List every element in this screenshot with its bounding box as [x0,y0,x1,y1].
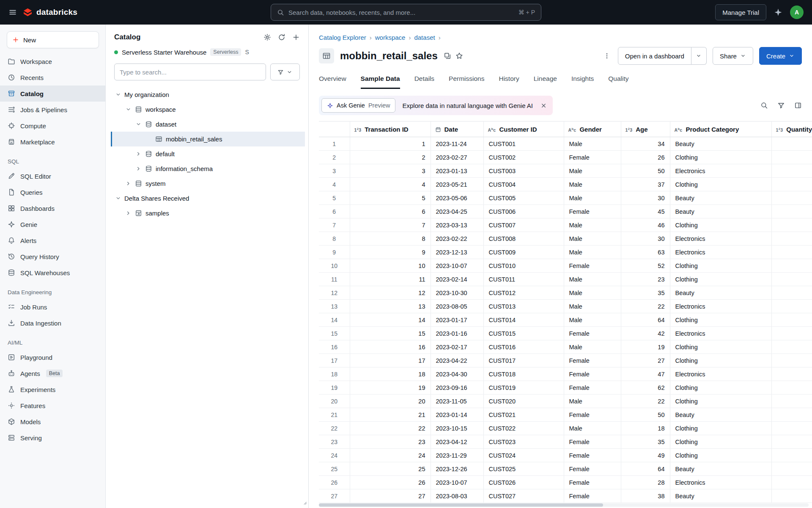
chevron-down-icon[interactable] [134,121,142,127]
warehouse-selector[interactable]: Serverless Starter Warehouse Serverless … [106,45,308,59]
column-header-transaction-id[interactable]: 123Transaction ID [350,121,431,137]
horizontal-scrollbar-thumb[interactable] [319,503,603,507]
cell-product-category: Clothing [670,435,771,449]
sidebar-item-workspace[interactable]: Workspace [0,53,105,69]
assistant-sparkle-icon[interactable] [774,8,782,17]
tree-item-delta-shares-received[interactable]: Delta Shares Received [111,191,305,206]
menu-icon[interactable] [8,8,17,17]
row-number-cell: 9 [319,246,350,259]
close-icon[interactable] [540,102,547,109]
chevron-right-icon[interactable] [134,166,142,172]
open-in-dashboard-button[interactable]: Open in a dashboard [618,47,691,65]
sidebar-item-sql-warehouses[interactable]: SQL Warehouses [0,265,105,281]
breadcrumb-link-workspace[interactable]: workspace [375,34,406,41]
tab-history[interactable]: History [499,75,519,89]
tree-item-default[interactable]: default [111,146,305,161]
sidebar-item-job-runs[interactable]: Job Runs [0,299,105,315]
sidebar-item-data-ingestion[interactable]: Data Ingestion [0,315,105,331]
sidebar-item-marketplace[interactable]: Marketplace [0,134,105,150]
add-catalog-icon[interactable] [292,33,300,41]
tab-details[interactable]: Details [414,75,434,89]
copy-icon[interactable] [444,52,451,60]
breadcrumb-link-catalog-explorer[interactable]: Catalog Explorer [319,34,366,41]
sidebar-item-models[interactable]: Models [0,414,105,430]
sidebar-item-genie[interactable]: Genie [0,216,105,232]
table-row: 332023-01-13CUST003Male50Electronics [319,164,812,178]
create-button[interactable]: Create [759,47,802,65]
column-header-quantity[interactable]: 123Quantity [771,121,812,137]
tab-permissions[interactable]: Permissions [449,75,484,89]
sidebar-item-query-history[interactable]: Query History [0,248,105,265]
catalog-filter-button[interactable] [270,64,300,80]
left-sidebar: New WorkspaceRecentsCatalogJobs & Pipeli… [0,25,106,508]
tab-sample-data[interactable]: Sample Data [361,75,400,89]
column-header-gender[interactable]: AbcGender [564,121,621,137]
tree-item-information-schema[interactable]: information_schema [111,161,305,176]
sidebar-item-queries[interactable]: Queries [0,184,105,200]
column-header-customer-id[interactable]: AbcCustomer ID [483,121,564,137]
chevron-down-icon[interactable] [124,106,132,113]
tree-item-samples[interactable]: samples [111,206,305,221]
cell-gender: Male [564,218,621,232]
sidebar-item-experiments[interactable]: Experiments [0,381,105,398]
tree-item-workspace[interactable]: workspace [111,102,305,117]
table-filter-icon[interactable] [777,102,785,109]
table-row: 882023-02-22CUST008Male30Electronics [319,232,812,246]
kebab-menu-icon[interactable] [602,52,612,59]
chevron-right-icon[interactable] [134,151,142,157]
chevron-right-icon[interactable] [124,210,132,216]
tab-overview[interactable]: Overview [319,75,346,89]
share-button[interactable]: Share [713,47,753,65]
sidebar-item-sql-editor[interactable]: SQL Editor [0,168,105,184]
databricks-logo[interactable]: databricks [23,8,77,17]
refresh-icon[interactable] [278,33,285,41]
sidebar-item-recents[interactable]: Recents [0,69,105,86]
chevron-right-icon[interactable] [124,180,132,187]
catalog-search-input[interactable] [114,64,266,80]
sidebar-item-catalog[interactable]: Catalog [0,86,105,102]
column-header-date[interactable]: Date [431,121,483,137]
title-row: mobbin_retail_sales Open in a dashboard … [309,41,812,65]
cell-product-category: Clothing [670,313,771,327]
tree-item-my-organization[interactable]: My organization [111,87,305,102]
tree-item-mobbin-retail-sales[interactable]: mobbin_retail_sales [111,132,305,146]
cell-age: 46 [621,218,670,232]
gear-icon[interactable] [263,33,271,41]
tree-item-dataset[interactable]: dataset [111,117,305,132]
sidebar-item-alerts[interactable]: Alerts [0,232,105,248]
favorite-star-icon[interactable] [455,52,463,60]
column-header-age[interactable]: 123Age [621,121,670,137]
tab-insights[interactable]: Insights [571,75,594,89]
sidebar-item-compute[interactable]: Compute [0,118,105,134]
sidebar-item-serving[interactable]: Serving [0,430,105,446]
manage-trial-button[interactable]: Manage Trial [715,4,766,20]
avatar[interactable]: A [790,6,804,19]
global-search-input[interactable] [288,9,514,16]
new-button[interactable]: New [7,31,99,48]
columns-icon[interactable] [794,102,802,109]
table-search-icon[interactable] [760,102,768,109]
tree-item-system[interactable]: system [111,176,305,191]
tab-quality[interactable]: Quality [608,75,628,89]
sidebar-item-features[interactable]: Features [0,398,105,414]
global-search[interactable]: ⌘ + P [271,4,541,21]
sidebar-item-playground[interactable]: Playground [0,349,105,365]
cell-quantity [771,313,812,327]
chevron-down-icon[interactable] [114,195,122,202]
panel-resize-handle[interactable] [302,500,307,505]
sidebar-item-jobs-pipelines[interactable]: Jobs & Pipelines [0,102,105,118]
cell-customer-id: CUST009 [483,246,564,259]
catalog-icon [134,180,143,187]
cell-transaction-id: 7 [350,218,431,232]
open-dashboard-dropdown-button[interactable] [691,47,707,65]
sidebar-item-dashboards[interactable]: Dashboards [0,200,105,216]
chevron-down-icon[interactable] [114,91,122,98]
ask-genie-button[interactable]: Ask Genie Preview [321,98,395,113]
cell-quantity [771,422,812,435]
string-type-icon: Abc [675,126,683,133]
table-row: 772023-03-13CUST007Male46Clothing [319,218,812,232]
column-header-product-category[interactable]: AbcProduct Category [670,121,771,137]
sidebar-item-agents[interactable]: AgentsBeta [0,365,105,381]
tab-lineage[interactable]: Lineage [534,75,557,89]
breadcrumb-link-dataset[interactable]: dataset [414,34,435,41]
